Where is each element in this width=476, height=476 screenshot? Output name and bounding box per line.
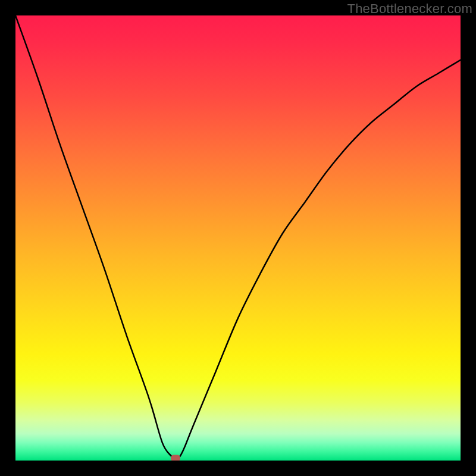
optimal-point-marker bbox=[171, 455, 180, 461]
plot-area bbox=[15, 15, 461, 461]
attribution-label: TheBottlenecker.com bbox=[347, 1, 472, 17]
chart-frame: TheBottlenecker.com bbox=[0, 0, 476, 476]
bottleneck-curve bbox=[15, 15, 461, 461]
